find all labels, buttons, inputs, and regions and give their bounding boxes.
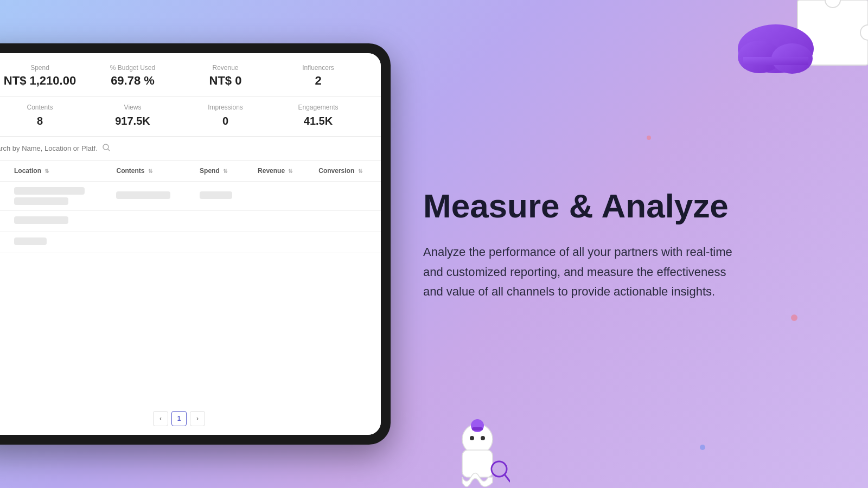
td-location	[5, 232, 107, 253]
sort-icon-revenue: ⇅	[288, 168, 292, 174]
stat-views-value: 917.5K	[115, 115, 150, 127]
table-header-row: Location ⇅ Contents ⇅ Spend ⇅ Revenue	[0, 160, 381, 182]
stat-impressions-label: Impressions	[208, 104, 243, 111]
th-spend[interactable]: Spend ⇅	[191, 160, 249, 182]
td-spend	[191, 211, 249, 232]
stat-contents-value: 8	[37, 115, 43, 127]
stat-spend-value: NT$ 1,210.00	[4, 74, 76, 88]
stat-views-label: Views	[124, 104, 142, 111]
pagination-page-1[interactable]: 1	[171, 411, 187, 426]
stat-influencers: Influencers 2	[272, 64, 365, 88]
td-conversion	[310, 232, 381, 253]
stat-engagements: Engagements 41.5K	[272, 104, 365, 127]
td-location	[5, 182, 107, 211]
td-spend	[191, 232, 249, 253]
stat-contents: Contents 8	[0, 104, 86, 127]
stat-impressions: Impressions 0	[179, 104, 272, 127]
td-platform	[0, 182, 5, 211]
td-conversion	[310, 182, 381, 211]
pagination: ‹ 1 ›	[0, 402, 381, 435]
table-container: Location ⇅ Contents ⇅ Spend ⇅ Revenue	[0, 160, 381, 402]
td-conversion	[310, 211, 381, 232]
search-bar	[0, 137, 381, 160]
content-section: Measure & Analyze Analyze the performanc…	[380, 0, 868, 488]
stat-revenue: Revenue NT$ 0	[179, 64, 272, 88]
stat-contents-label: Contents	[27, 104, 53, 111]
stat-revenue-value: NT$ 0	[209, 74, 242, 88]
pagination-next[interactable]: ›	[190, 411, 205, 426]
stat-budget: % Budget Used 69.78 %	[86, 64, 179, 88]
stat-spend-label: Spend	[30, 64, 49, 72]
tablet-screen: Spend NT$ 1,210.00 % Budget Used 69.78 %…	[0, 53, 381, 435]
svg-line-16	[108, 149, 110, 151]
stat-engagements-label: Engagements	[298, 104, 338, 111]
sort-icon-contents: ⇅	[148, 168, 152, 174]
stat-influencers-label: Influencers	[302, 64, 334, 72]
search-icon	[102, 143, 111, 153]
stat-revenue-label: Revenue	[212, 64, 238, 72]
th-contents[interactable]: Contents ⇅	[107, 160, 191, 182]
th-revenue[interactable]: Revenue ⇅	[249, 160, 310, 182]
td-platform	[0, 232, 5, 253]
stat-impressions-value: 0	[222, 115, 228, 127]
td-revenue	[249, 211, 310, 232]
td-platform	[0, 211, 5, 232]
stat-budget-value: 69.78 %	[111, 74, 155, 88]
skeleton-location	[14, 187, 99, 205]
page-title: Measure & Analyze	[423, 187, 825, 225]
th-platform	[0, 160, 5, 182]
stats-row-2: Contents 8 Views 917.5K Impressions 0 En…	[0, 97, 381, 137]
table-row	[0, 182, 381, 211]
table-row	[0, 211, 381, 232]
table-row	[0, 232, 381, 253]
stat-views: Views 917.5K	[86, 104, 179, 127]
td-spend	[191, 182, 249, 211]
stat-engagements-value: 41.5K	[304, 115, 333, 127]
page-description: Analyze the performance of all your part…	[423, 242, 738, 301]
tablet-device: Spend NT$ 1,210.00 % Budget Used 69.78 %…	[0, 43, 391, 445]
sort-icon-location: ⇅	[44, 168, 49, 174]
stats-row-1: Spend NT$ 1,210.00 % Budget Used 69.78 %…	[0, 53, 381, 97]
td-location	[5, 211, 107, 232]
stat-influencers-value: 2	[315, 74, 321, 88]
stat-spend: Spend NT$ 1,210.00	[0, 64, 86, 88]
th-conversion[interactable]: Conversion ⇅	[310, 160, 381, 182]
pagination-prev[interactable]: ‹	[153, 411, 168, 426]
stat-budget-label: % Budget Used	[110, 64, 155, 72]
td-contents	[107, 232, 191, 253]
td-contents	[107, 182, 191, 211]
data-table: Location ⇅ Contents ⇅ Spend ⇅ Revenue	[0, 160, 381, 253]
sort-icon-spend: ⇅	[223, 168, 227, 174]
search-input[interactable]	[0, 144, 97, 152]
td-contents	[107, 211, 191, 232]
td-revenue	[249, 232, 310, 253]
td-revenue	[249, 182, 310, 211]
sort-icon-conversion: ⇅	[358, 168, 362, 174]
th-location[interactable]: Location ⇅	[5, 160, 107, 182]
